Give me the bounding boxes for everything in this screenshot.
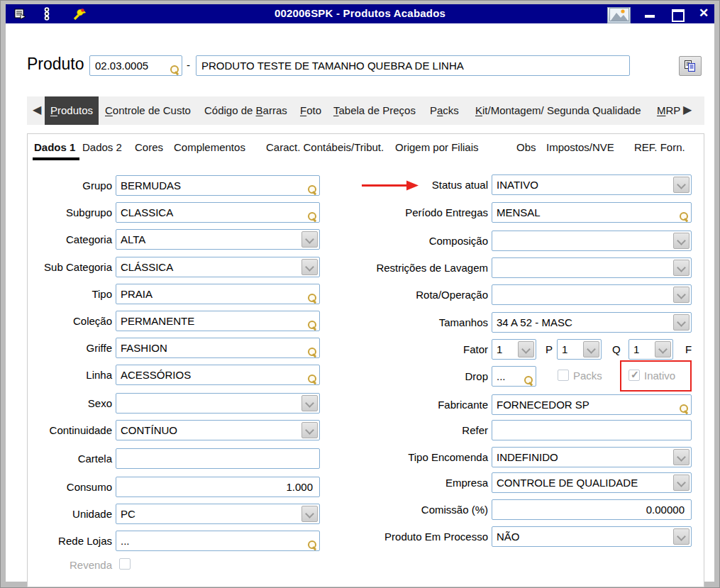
field-row-composicao: Composição — [360, 231, 692, 251]
tabs-scroll-left-icon[interactable]: ◀ — [33, 103, 41, 116]
field-label: Unidade — [27, 504, 112, 524]
linha-input[interactable]: ACESSÓRIOS — [116, 365, 320, 385]
revenda-checkbox[interactable] — [119, 558, 131, 570]
lookup-icon[interactable] — [308, 321, 317, 330]
tab-produtos[interactable]: Produtos — [45, 96, 99, 125]
tamanhos-select[interactable]: 34 A 52 - MASC — [492, 312, 692, 333]
colecao-input[interactable]: PERMANENTE — [116, 311, 320, 331]
periodo-entregas-input[interactable]: MENSAL — [492, 202, 692, 223]
lookup-icon[interactable] — [680, 212, 689, 221]
lookup-icon[interactable] — [308, 348, 317, 357]
rede-lojas-input[interactable]: ... — [116, 531, 320, 551]
tab-kit-montagem-segunda-qualidade[interactable]: Kit/Montagem/ Segunda Qualidade — [475, 96, 641, 125]
tab-controle-de-custo[interactable]: Controle de Custo — [105, 96, 191, 125]
continuidade-select[interactable]: CONTÍNUO — [116, 420, 320, 440]
chevron-down-icon[interactable] — [583, 341, 599, 357]
subtab-impostos-nve[interactable]: Impostos/NVE — [546, 140, 614, 155]
subtab-ref-forn[interactable]: REF. Forn. — [634, 140, 685, 155]
sub-categoria-select[interactable]: CLÁSSICA — [116, 257, 320, 277]
product-code-input[interactable]: 02.03.0005 — [89, 55, 182, 76]
field-row-tipo-encomenda: Tipo Encomenda INDEFINIDO — [360, 447, 692, 467]
categoria-select[interactable]: ALTA — [116, 229, 320, 250]
chevron-down-icon[interactable] — [673, 449, 689, 465]
close-button[interactable]: ✕ — [693, 4, 714, 23]
image-button[interactable] — [607, 7, 631, 23]
cartela-input[interactable] — [116, 448, 320, 469]
chevron-down-icon[interactable] — [301, 395, 318, 411]
subtab-dados-2[interactable]: Dados 2 — [82, 140, 122, 155]
griffe-input[interactable]: FASHION — [116, 338, 320, 358]
drop-input[interactable]: ... — [492, 366, 536, 387]
tipo-input[interactable]: PRAIA — [116, 284, 320, 304]
tipo-encomenda-select[interactable]: INDEFINIDO — [492, 447, 692, 467]
subtab-origem-por-filiais[interactable]: Origem por Filiais — [395, 140, 479, 155]
status-lights-icon[interactable] — [41, 7, 52, 23]
chevron-down-icon[interactable] — [301, 259, 318, 275]
subtab-cores[interactable]: Cores — [135, 140, 163, 155]
minimize-button[interactable] — [639, 4, 660, 23]
field-label: Sexo — [27, 393, 112, 414]
grupo-input[interactable]: BERMUDAS — [116, 175, 320, 196]
chevron-down-icon[interactable] — [673, 233, 689, 249]
status-atual-select[interactable]: INATIVO — [492, 174, 692, 195]
field-row-refer: Refer — [360, 420, 692, 440]
comissao-input[interactable]: 0.00000 — [492, 499, 692, 520]
lookup-icon[interactable] — [170, 65, 179, 74]
chevron-down-icon[interactable] — [673, 475, 689, 491]
copy-button[interactable] — [679, 56, 702, 76]
field-label: Comissão (%) — [360, 499, 488, 520]
produto-em-processo-select[interactable]: NÃO — [492, 526, 692, 547]
window-title: 002006SPK - Produtos Acabados — [133, 7, 587, 19]
tab-packs[interactable]: Packs — [430, 96, 459, 125]
lookup-icon[interactable] — [308, 212, 317, 221]
field-label: Rota/Operação — [360, 284, 488, 305]
chevron-down-icon[interactable] — [673, 260, 689, 276]
lookup-icon[interactable] — [308, 294, 317, 303]
tabs-scroll-right-icon[interactable]: ▶ — [683, 103, 692, 116]
maximize-button[interactable] — [666, 4, 687, 23]
fator-p-select[interactable]: 1 — [492, 339, 536, 360]
chevron-down-icon[interactable] — [655, 341, 671, 357]
chevron-down-icon[interactable] — [301, 506, 318, 522]
lookup-icon[interactable] — [680, 404, 689, 414]
subgrupo-input[interactable]: CLASSICA — [116, 202, 320, 223]
composicao-select[interactable] — [492, 231, 692, 251]
tab-mrp[interactable]: MRP — [657, 96, 680, 125]
tools-icon[interactable] — [72, 8, 87, 23]
subtab-caract-contabeis-tribut[interactable]: Caract. Contábeis/Tribut. — [266, 140, 384, 155]
tab-codigo-de-barras[interactable]: Código de Barras — [204, 96, 287, 125]
chevron-down-icon[interactable] — [301, 231, 318, 248]
chevron-down-icon[interactable] — [673, 287, 689, 303]
refer-input[interactable] — [492, 420, 692, 440]
unidade-select[interactable]: PC — [116, 504, 320, 524]
fator-f-select[interactable]: 1 — [628, 339, 673, 360]
chevron-down-icon[interactable] — [673, 177, 689, 193]
fator-letter-f: F — [685, 339, 692, 360]
rota-operacao-select[interactable] — [492, 284, 692, 305]
lookup-icon[interactable] — [524, 376, 533, 385]
lookup-icon[interactable] — [308, 375, 317, 384]
subtab-obs[interactable]: Obs — [516, 140, 536, 155]
chevron-down-icon[interactable] — [518, 341, 534, 357]
subtab-dados-1[interactable]: Dados 1 — [34, 140, 75, 155]
chevron-down-icon[interactable] — [673, 314, 689, 331]
tab-foto[interactable]: Foto — [300, 96, 321, 125]
field-row-grupo: Grupo BERMUDAS — [27, 175, 320, 196]
consumo-input[interactable]: 1.000 — [116, 477, 320, 497]
chevron-down-icon[interactable] — [673, 528, 689, 545]
empresa-select[interactable]: CONTROLE DE QUALIDADE — [492, 472, 692, 493]
fabricante-input[interactable]: FORNECEDOR SP — [492, 394, 692, 415]
lookup-icon[interactable] — [308, 185, 317, 194]
tab-tabela-de-precos[interactable]: Tabela de Preços — [333, 96, 416, 125]
product-description-input[interactable]: PRODUTO TESTE DE TAMANHO QUEBRA DE LINHA — [196, 55, 630, 76]
packs-checkbox[interactable] — [558, 370, 569, 381]
export-icon[interactable] — [14, 9, 27, 23]
inativo-checkbox[interactable] — [628, 370, 640, 381]
chevron-down-icon[interactable] — [301, 422, 318, 438]
restricoes-de-lavagem-select[interactable] — [492, 257, 692, 278]
sexo-select[interactable] — [116, 393, 320, 414]
code-description-separator: - — [187, 59, 190, 71]
fator-q-select[interactable]: 1 — [557, 339, 602, 360]
subtab-complementos[interactable]: Complementos — [174, 140, 245, 155]
lookup-icon[interactable] — [308, 540, 317, 550]
